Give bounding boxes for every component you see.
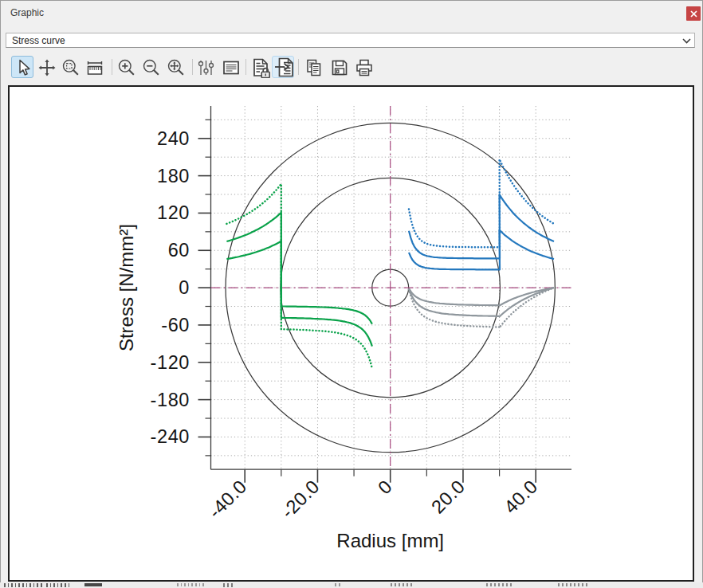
close-icon bbox=[690, 10, 697, 18]
x-axis-label: Radius [mm] bbox=[336, 530, 444, 551]
comment-button[interactable] bbox=[219, 56, 242, 78]
zoom-rect-icon-path bbox=[73, 70, 78, 75]
y-tick-label: 120 bbox=[157, 202, 190, 223]
report-lock-button[interactable] bbox=[249, 56, 272, 78]
move-icon bbox=[37, 57, 57, 78]
measure-button[interactable] bbox=[83, 56, 105, 78]
clipped-text-fragment bbox=[558, 583, 590, 586]
print-icon-rect bbox=[360, 61, 368, 65]
zoom-all-icon bbox=[166, 57, 187, 78]
clipped-text-fragment bbox=[486, 583, 514, 586]
print-button[interactable] bbox=[352, 56, 375, 78]
move-button[interactable] bbox=[35, 56, 57, 78]
zoom-rect-button[interactable] bbox=[59, 56, 81, 78]
crosshair bbox=[211, 106, 572, 469]
y-tick-label: -120 bbox=[151, 352, 190, 373]
close-button[interactable] bbox=[686, 6, 701, 21]
x-tick-label: 0 bbox=[374, 476, 396, 498]
x-tick-label: -20.0 bbox=[277, 476, 324, 522]
clipped-text-fragment bbox=[335, 583, 343, 586]
curve-tangential-min bbox=[226, 241, 372, 324]
stress-plot: 240180120600-60-120-180-240-40.0-20.0020… bbox=[10, 87, 693, 580]
copy-icon bbox=[304, 57, 324, 78]
y-tick-label: -180 bbox=[151, 390, 190, 410]
print-icon-rect bbox=[360, 69, 369, 76]
graphic-window: Graphic Stress curve 240180120600-60-120… bbox=[0, 0, 703, 586]
select-button[interactable] bbox=[11, 56, 33, 78]
zoom-in-button[interactable] bbox=[115, 56, 137, 78]
background-window-strip bbox=[0, 582, 703, 588]
measure-icon-path bbox=[88, 61, 102, 65]
zoom-rect-icon-circle bbox=[64, 61, 76, 73]
save-button[interactable] bbox=[328, 56, 350, 78]
graphic-type-value: Stress curve bbox=[12, 35, 65, 46]
y-tick-label: 180 bbox=[157, 166, 190, 186]
zoom-all-button[interactable] bbox=[164, 56, 187, 78]
print-icon bbox=[354, 57, 375, 78]
properties-icon-circle bbox=[204, 69, 208, 73]
measure-icon bbox=[84, 57, 105, 78]
y-axis-label: Stress [N/mm²] bbox=[116, 224, 137, 351]
chevron-down-icon bbox=[682, 38, 691, 44]
zoom-in-icon-path bbox=[129, 70, 134, 75]
curve-radial-min bbox=[409, 288, 554, 306]
curve-tangential-avg bbox=[226, 213, 372, 347]
clipped-text-fragment bbox=[4, 583, 45, 587]
report-lock-icon bbox=[251, 57, 272, 78]
window-title: Graphic bbox=[10, 7, 44, 18]
clipped-text-fragment bbox=[46, 583, 72, 587]
toolbar-separator bbox=[298, 59, 299, 75]
y-tick-label: 240 bbox=[157, 128, 190, 149]
properties-button[interactable] bbox=[194, 56, 216, 78]
zoom-in-icon bbox=[116, 57, 137, 78]
chevron-down-icon-path bbox=[683, 39, 690, 43]
clipped-text-fragment bbox=[84, 583, 102, 586]
curve-tangential-max bbox=[226, 184, 372, 369]
clipped-text-fragment bbox=[391, 583, 414, 586]
copy-icon-rect bbox=[312, 64, 320, 76]
zoom-rect-icon bbox=[61, 57, 81, 78]
toolbar-separator bbox=[245, 59, 246, 75]
y-tick-label: -60 bbox=[161, 315, 190, 335]
x-tick-label: -40.0 bbox=[204, 476, 250, 522]
zoom-rect-icon-rect bbox=[67, 64, 72, 69]
graphic-type-select[interactable]: Stress curve bbox=[6, 33, 695, 48]
title-bar[interactable]: Graphic bbox=[1, 1, 702, 26]
comment-icon-rect bbox=[224, 62, 238, 74]
curve-equivalent-min bbox=[409, 230, 554, 270]
move-icon-path bbox=[41, 62, 53, 74]
select-icon-path bbox=[20, 61, 29, 75]
zoom-out-icon bbox=[141, 57, 162, 78]
zoom-all-icon-path bbox=[179, 70, 183, 75]
curve-radial-max bbox=[409, 288, 554, 327]
zoom-in-icon-path bbox=[122, 63, 128, 69]
close-icon-path bbox=[691, 11, 697, 17]
auto-update-button[interactable] bbox=[272, 56, 294, 78]
select-icon bbox=[13, 57, 33, 78]
properties-icon-circle bbox=[199, 62, 203, 66]
zoom-out-button[interactable] bbox=[139, 56, 162, 78]
y-tick-label: 0 bbox=[179, 277, 190, 298]
zoom-out-icon-path bbox=[154, 70, 159, 75]
axes bbox=[198, 106, 572, 483]
y-tick-label: 60 bbox=[168, 240, 190, 261]
clipped-text-fragment bbox=[177, 583, 206, 586]
toolbar-separator bbox=[192, 59, 193, 75]
properties-icon-circle bbox=[210, 64, 214, 68]
copy-button[interactable] bbox=[302, 56, 324, 78]
comment-icon bbox=[221, 57, 242, 78]
zoom-all-icon-path bbox=[171, 63, 178, 69]
save-icon bbox=[329, 57, 350, 78]
toolbar-separator bbox=[112, 59, 112, 75]
properties-icon bbox=[195, 57, 216, 78]
toolbar bbox=[1, 52, 702, 82]
clipped-text-fragment bbox=[223, 583, 235, 587]
report-lock-icon-rect bbox=[265, 73, 266, 76]
auto-update-icon bbox=[273, 57, 294, 78]
y-tick-label: -240 bbox=[151, 426, 190, 447]
